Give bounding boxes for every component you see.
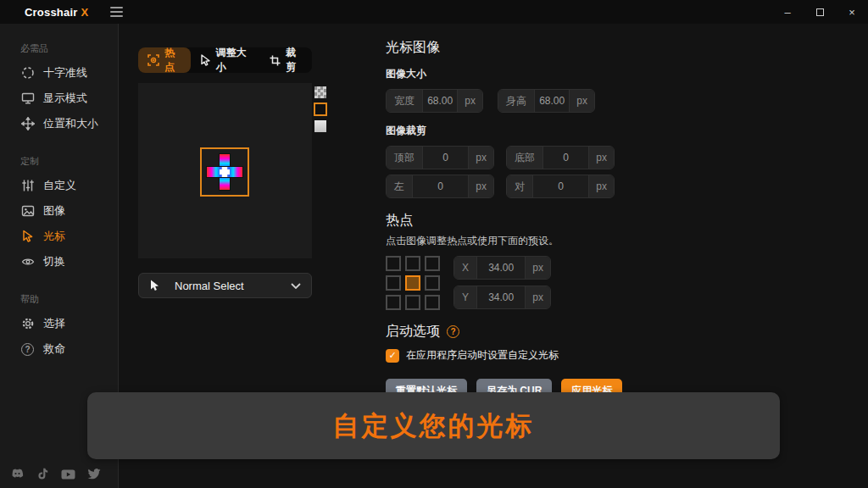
bg-option-black-selected[interactable]	[314, 103, 327, 116]
window-controls: – ×	[771, 0, 868, 24]
startup-options-title: 启动选项	[386, 323, 440, 341]
banner-text: 自定义您的光标	[333, 408, 535, 444]
sidebar-item-help[interactable]: ? 救命	[0, 336, 118, 362]
hotspot-description: 点击图像调整热点或使用下面的预设。	[386, 234, 623, 248]
sidebar-item-position-size[interactable]: 位置和大小	[0, 111, 118, 136]
panel-title: 光标图像	[386, 39, 623, 57]
crop-right-label: 对	[507, 175, 533, 197]
tab-resize[interactable]: 调整大小	[191, 47, 260, 73]
height-field: 身高 px	[498, 89, 595, 113]
startup-checkbox-row: ✓ 在应用程序启动时设置自定义光标	[386, 348, 623, 363]
editor-tabbar: 热点 调整大小 裁剪	[138, 47, 312, 73]
question-icon: ?	[20, 342, 35, 357]
tab-hotspot[interactable]: 热点	[138, 47, 191, 73]
preset-top-left[interactable]	[386, 256, 401, 271]
height-input[interactable]	[535, 90, 569, 112]
bg-option-transparent[interactable]	[314, 86, 326, 98]
sidebar-item-label: 位置和大小	[43, 116, 98, 131]
cursor-type-dropdown[interactable]: Normal Select	[138, 273, 312, 298]
tab-crop[interactable]: 裁剪	[260, 47, 312, 73]
height-unit: px	[569, 90, 594, 112]
sidebar-item-label: 自定义	[43, 178, 76, 193]
sidebar-item-label: 十字准线	[43, 65, 87, 80]
sidebar-item-label: 选择	[43, 316, 65, 331]
sidebar-item-label: 显示模式	[43, 91, 87, 106]
crop-top-input[interactable]	[423, 147, 468, 169]
hamburger-menu-icon[interactable]	[107, 3, 126, 20]
dropdown-value: Normal Select	[175, 280, 244, 292]
sidebar-section-customize: 定制	[20, 155, 118, 168]
image-crop-label: 图像裁剪	[386, 124, 623, 138]
sliders-icon	[20, 179, 35, 193]
sidebar-item-crosshair[interactable]: 十字准线	[0, 60, 118, 86]
image-size-inputs: 宽度 px 身高 px	[386, 89, 623, 113]
height-label: 身高	[498, 90, 535, 112]
bg-option-white[interactable]	[314, 120, 326, 132]
hotspot-title: 热点	[386, 212, 623, 230]
hotspot-area: X px Y px	[386, 256, 623, 310]
sidebar-item-label: 切换	[43, 254, 65, 269]
preset-top-right[interactable]	[425, 256, 440, 271]
preset-mid-right[interactable]	[425, 275, 440, 291]
sidebar-section-help: 帮助	[20, 293, 118, 306]
crop-right-field: 对 px	[506, 175, 615, 198]
sidebar-item-image[interactable]: 图像	[0, 198, 118, 224]
gear-icon	[20, 317, 35, 331]
hotspot-y-field: Y px	[453, 286, 551, 309]
maximize-button[interactable]	[804, 0, 836, 24]
twitter-icon[interactable]	[86, 467, 101, 481]
width-label: 宽度	[387, 90, 423, 112]
crop-inputs-row1: 顶部 px 底部 px	[386, 146, 623, 169]
crop-top-label: 顶部	[387, 147, 423, 169]
crop-right-input[interactable]	[533, 175, 588, 197]
discord-icon[interactable]	[10, 467, 25, 481]
crosshair-icon	[20, 66, 35, 80]
hotspot-y-unit: px	[525, 286, 550, 308]
close-button[interactable]: ×	[836, 0, 868, 24]
preset-bottom-right[interactable]	[425, 295, 440, 310]
hotspot-icon	[147, 54, 159, 66]
sidebar-item-toggle[interactable]: 切换	[0, 249, 118, 274]
hotspot-x-input[interactable]	[477, 257, 525, 279]
preset-bottom-left[interactable]	[386, 295, 401, 310]
youtube-icon[interactable]	[61, 467, 75, 481]
app-name-suffix: X	[81, 6, 89, 19]
sidebar-item-custom[interactable]: 自定义	[0, 173, 118, 198]
width-field: 宽度 px	[386, 89, 483, 113]
image-icon	[20, 204, 35, 219]
sidebar-item-label: 图像	[43, 203, 65, 219]
preset-mid-left[interactable]	[386, 275, 401, 291]
sidebar-item-label: 光标	[43, 229, 65, 244]
move-icon	[20, 117, 35, 131]
startup-help-icon[interactable]: ?	[447, 325, 459, 338]
minimize-button[interactable]: –	[771, 0, 804, 24]
crop-left-input[interactable]	[413, 175, 468, 197]
crop-left-field: 左 px	[386, 175, 494, 198]
app-logo: CrosshairX	[25, 6, 88, 19]
crop-left-label: 左	[387, 175, 413, 197]
preset-center-selected[interactable]	[405, 275, 420, 291]
hotspot-x-label: X	[454, 257, 477, 279]
tab-label: 热点	[164, 46, 181, 75]
cursor-preview-canvas[interactable]	[138, 83, 312, 258]
hotspot-y-input[interactable]	[477, 286, 525, 308]
monitor-icon	[20, 92, 35, 106]
customize-cursor-banner: 自定义您的光标	[87, 392, 780, 459]
crop-bottom-input[interactable]	[543, 147, 588, 169]
crop-bottom-label: 底部	[507, 147, 543, 169]
sidebar-item-options[interactable]: 选择	[0, 311, 118, 336]
tab-label: 调整大小	[216, 46, 251, 75]
sidebar-item-display-mode[interactable]: 显示模式	[0, 86, 118, 111]
sidebar-item-cursor[interactable]: 光标	[0, 224, 118, 249]
width-unit: px	[457, 90, 482, 112]
preset-top-center[interactable]	[405, 256, 420, 271]
social-links	[10, 467, 101, 481]
cursor-arrow-icon	[149, 280, 159, 291]
crosshair-x-window: CrosshairX – × 必需品 十字准线 显示模式 位置和	[0, 0, 868, 488]
tiktok-icon[interactable]	[36, 467, 50, 481]
preset-bottom-center[interactable]	[405, 295, 420, 310]
startup-checkbox-checked[interactable]: ✓	[386, 349, 399, 363]
width-input[interactable]	[423, 90, 457, 112]
titlebar: CrosshairX – ×	[0, 0, 868, 24]
tab-label: 裁剪	[286, 46, 303, 75]
